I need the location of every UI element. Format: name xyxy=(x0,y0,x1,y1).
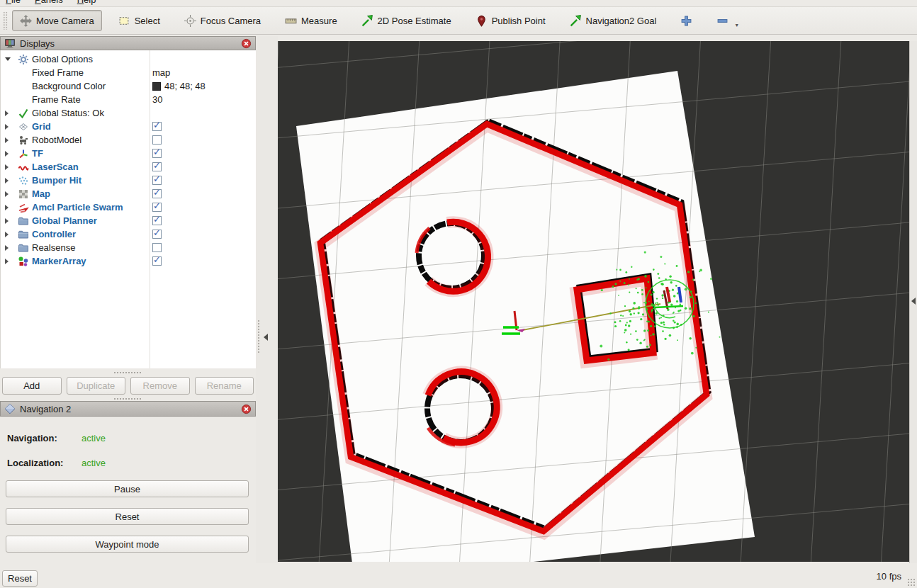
enable-checkbox[interactable]: ✓ xyxy=(152,149,162,158)
folder-icon xyxy=(18,229,29,240)
fps-counter: 10 fps xyxy=(877,571,901,582)
expander-right-icon[interactable] xyxy=(5,205,12,210)
tree-row-frame-rate[interactable]: Frame Rate30 xyxy=(1,93,256,106)
expander-right-icon[interactable] xyxy=(5,137,12,143)
map-icon xyxy=(18,188,29,200)
expander-right-icon[interactable] xyxy=(5,124,12,130)
tool-label: Navigation2 Goal xyxy=(586,16,657,26)
tool-label: Select xyxy=(135,16,160,26)
tree-row-value: 30 xyxy=(152,94,162,105)
tree-row-fixed-frame[interactable]: Fixed Framemap xyxy=(1,66,256,79)
tree-row-markerarray[interactable]: MarkerArray✓ xyxy=(1,254,256,268)
enable-checkbox[interactable] xyxy=(152,135,162,145)
plus-icon xyxy=(680,15,692,27)
enable-checkbox[interactable]: ✓ xyxy=(152,230,162,239)
select-button[interactable]: Select xyxy=(111,10,168,31)
navigation2-goal-button[interactable]: Navigation2 Goal xyxy=(562,10,665,31)
chevron-down-icon[interactable]: ▼ xyxy=(734,23,739,30)
expander-right-icon[interactable] xyxy=(5,111,12,116)
pause-button[interactable]: Pause xyxy=(6,480,249,497)
expander-right-icon[interactable] xyxy=(5,151,12,157)
tree-row-global-status-ok[interactable]: Global Status: Ok xyxy=(1,106,256,120)
measure-button[interactable]: Measure xyxy=(277,10,345,31)
enable-checkbox[interactable]: ✓ xyxy=(152,176,162,185)
expander-right-icon[interactable] xyxy=(5,218,12,224)
add-tool-button[interactable] xyxy=(673,10,700,31)
navigation2-panel-body: Navigation: active Localization: active … xyxy=(0,417,256,563)
tree-row-controller[interactable]: Controller✓ xyxy=(1,227,256,241)
window-resize-grip[interactable] xyxy=(907,578,916,587)
displays-buttons-row: AddDuplicateRemoveRename xyxy=(0,377,256,395)
tree-row-label: Global Planner xyxy=(32,215,97,226)
enable-checkbox[interactable]: ✓ xyxy=(152,256,162,266)
close-icon[interactable] xyxy=(241,38,252,49)
reset-time-button[interactable]: Reset xyxy=(2,570,38,587)
laserscan-icon xyxy=(18,162,29,173)
tool-label: Measure xyxy=(301,16,337,26)
enable-checkbox[interactable]: ✓ xyxy=(152,162,162,171)
tree-row-global-options[interactable]: Global Options xyxy=(1,52,256,66)
tree-row-label: MarkerArray xyxy=(32,256,86,266)
focus-camera-button[interactable]: Focus Camera xyxy=(176,10,269,31)
collapse-left-arrow-icon[interactable] xyxy=(264,334,268,341)
tree-row-laserscan[interactable]: LaserScan✓ xyxy=(1,160,256,174)
tree-row-grid[interactable]: Grid✓ xyxy=(1,120,256,133)
expander-right-icon[interactable] xyxy=(5,191,12,197)
enable-checkbox[interactable]: ✓ xyxy=(152,203,162,212)
tree-row-label: TF xyxy=(32,148,43,159)
2d-pose-estimate-button[interactable]: 2D Pose Estimate xyxy=(354,10,459,31)
tree-row-background-color[interactable]: Background Color48; 48; 48 xyxy=(1,79,256,93)
tree-row-label: Background Color xyxy=(32,81,106,91)
enable-checkbox[interactable] xyxy=(152,243,162,252)
tree-row-amcl-particle-swarm[interactable]: Amcl Particle Swarm✓ xyxy=(1,200,256,214)
add-display-button[interactable]: Add xyxy=(2,377,62,395)
move-camera-icon xyxy=(20,15,32,27)
expander-right-icon[interactable] xyxy=(5,245,12,251)
publish-point-button[interactable]: Publish Point xyxy=(468,10,553,31)
menu-item-file[interactable]: File xyxy=(6,0,21,6)
expander-right-icon[interactable] xyxy=(5,259,12,264)
enable-checkbox[interactable]: ✓ xyxy=(152,122,162,131)
marker-array-icon xyxy=(18,256,29,267)
right-panel-splitter[interactable] xyxy=(909,41,917,563)
navigation2-panel-header: Navigation 2 xyxy=(0,401,256,417)
tree-row-global-planner[interactable]: Global Planner✓ xyxy=(1,214,256,227)
tree-row-bumper-hit[interactable]: Bumper Hit✓ xyxy=(1,174,256,187)
tree-row-realsense[interactable]: Realsense xyxy=(1,241,256,254)
check-icon xyxy=(18,108,29,119)
duplicate-display-button: Duplicate xyxy=(67,377,126,395)
close-icon[interactable] xyxy=(241,404,252,414)
tool-label: Publish Point xyxy=(492,16,546,26)
tree-row-label: Amcl Particle Swarm xyxy=(32,202,123,213)
enable-checkbox[interactable]: ✓ xyxy=(152,189,162,198)
enable-checkbox[interactable]: ✓ xyxy=(152,216,162,225)
localization-status-value: active xyxy=(81,458,106,468)
bumper-icon xyxy=(18,175,29,186)
render-viewport-3d[interactable] xyxy=(278,41,909,562)
navigation2-icon xyxy=(4,403,16,414)
rename-display-button: Rename xyxy=(195,377,254,395)
panel-splitter-handle[interactable] xyxy=(113,371,142,374)
left-panel-splitter[interactable] xyxy=(256,36,278,563)
menu-item-help[interactable]: Help xyxy=(77,0,96,6)
remove-tool-button[interactable]: ▼ xyxy=(709,10,747,31)
toolbar-drag-handle[interactable] xyxy=(3,11,8,30)
expander-down-icon[interactable] xyxy=(5,57,12,61)
menu-item-panels[interactable]: Panels xyxy=(35,0,63,6)
panel-splitter-handle-2[interactable] xyxy=(113,397,142,400)
publish-point-icon xyxy=(476,15,488,27)
tree-row-tf[interactable]: TF✓ xyxy=(1,147,256,160)
move-camera-button[interactable]: Move Camera xyxy=(12,10,102,31)
tf-axes-icon xyxy=(18,148,29,159)
expander-right-icon[interactable] xyxy=(5,164,12,170)
expander-right-icon[interactable] xyxy=(5,178,12,183)
tree-row-label: Grid xyxy=(32,121,51,132)
waypoint-mode-button[interactable]: Waypoint mode xyxy=(6,536,249,553)
tree-row-robotmodel[interactable]: RobotModel xyxy=(1,133,256,147)
tree-row-label: RobotModel xyxy=(32,135,81,145)
expander-right-icon[interactable] xyxy=(5,232,12,237)
reset-button[interactable]: Reset xyxy=(6,508,249,525)
tree-row-map[interactable]: Map✓ xyxy=(1,187,256,200)
menu-bar: FilePanelsHelp xyxy=(0,0,917,6)
collapse-right-arrow-icon[interactable] xyxy=(911,298,916,305)
